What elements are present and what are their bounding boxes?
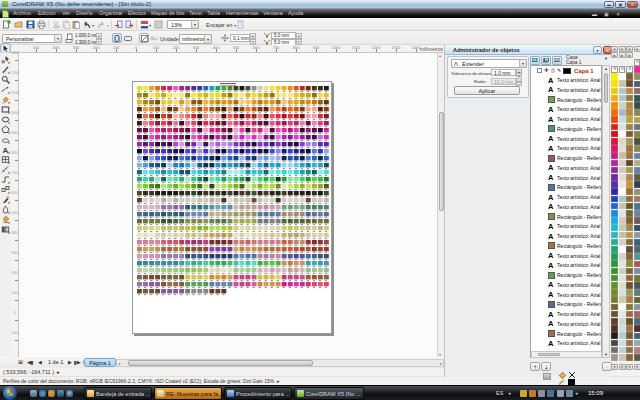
svg-text:A: A [3, 146, 9, 155]
